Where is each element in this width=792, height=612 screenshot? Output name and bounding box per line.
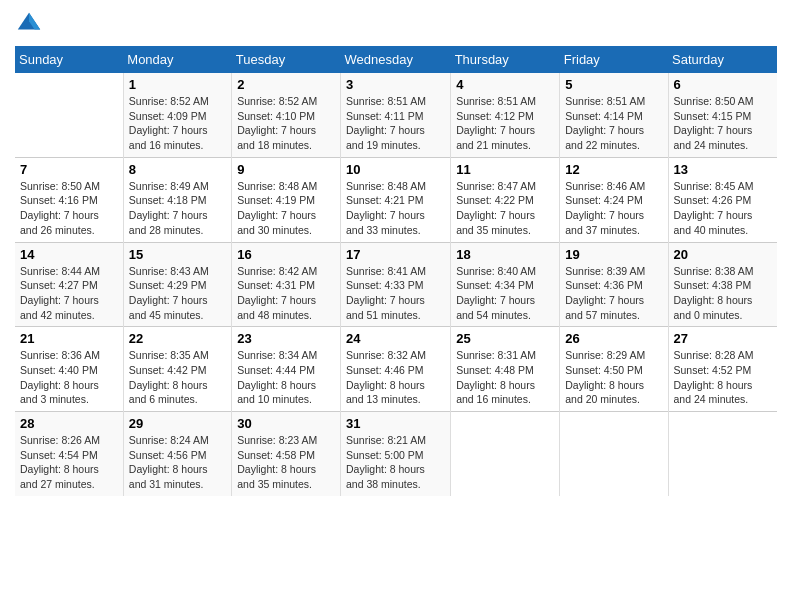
day-info: Sunrise: 8:26 AM Sunset: 4:54 PM Dayligh… [20,433,118,492]
day-info: Sunrise: 8:48 AM Sunset: 4:19 PM Dayligh… [237,179,335,238]
calendar-cell: 25Sunrise: 8:31 AM Sunset: 4:48 PM Dayli… [451,327,560,412]
calendar-cell: 6Sunrise: 8:50 AM Sunset: 4:15 PM Daylig… [668,73,777,157]
header-wednesday: Wednesday [340,46,450,73]
calendar-cell: 14Sunrise: 8:44 AM Sunset: 4:27 PM Dayli… [15,242,123,327]
day-number: 5 [565,77,662,92]
header-thursday: Thursday [451,46,560,73]
calendar-cell: 7Sunrise: 8:50 AM Sunset: 4:16 PM Daylig… [15,157,123,242]
calendar-cell: 15Sunrise: 8:43 AM Sunset: 4:29 PM Dayli… [123,242,231,327]
day-info: Sunrise: 8:47 AM Sunset: 4:22 PM Dayligh… [456,179,554,238]
day-info: Sunrise: 8:51 AM Sunset: 4:11 PM Dayligh… [346,94,445,153]
day-number: 28 [20,416,118,431]
day-info: Sunrise: 8:52 AM Sunset: 4:09 PM Dayligh… [129,94,226,153]
page-header [15,10,777,38]
day-number: 31 [346,416,445,431]
day-info: Sunrise: 8:45 AM Sunset: 4:26 PM Dayligh… [674,179,772,238]
header-tuesday: Tuesday [232,46,341,73]
day-info: Sunrise: 8:35 AM Sunset: 4:42 PM Dayligh… [129,348,226,407]
day-info: Sunrise: 8:28 AM Sunset: 4:52 PM Dayligh… [674,348,772,407]
day-number: 29 [129,416,226,431]
calendar-cell: 9Sunrise: 8:48 AM Sunset: 4:19 PM Daylig… [232,157,341,242]
day-info: Sunrise: 8:50 AM Sunset: 4:15 PM Dayligh… [674,94,772,153]
day-info: Sunrise: 8:51 AM Sunset: 4:12 PM Dayligh… [456,94,554,153]
calendar-cell [451,412,560,496]
day-info: Sunrise: 8:41 AM Sunset: 4:33 PM Dayligh… [346,264,445,323]
day-number: 23 [237,331,335,346]
day-number: 4 [456,77,554,92]
calendar-cell: 17Sunrise: 8:41 AM Sunset: 4:33 PM Dayli… [340,242,450,327]
day-info: Sunrise: 8:24 AM Sunset: 4:56 PM Dayligh… [129,433,226,492]
calendar-cell: 16Sunrise: 8:42 AM Sunset: 4:31 PM Dayli… [232,242,341,327]
calendar-cell: 26Sunrise: 8:29 AM Sunset: 4:50 PM Dayli… [560,327,668,412]
day-number: 14 [20,247,118,262]
day-number: 8 [129,162,226,177]
calendar-week-row: 7Sunrise: 8:50 AM Sunset: 4:16 PM Daylig… [15,157,777,242]
day-number: 27 [674,331,772,346]
logo-icon [15,10,43,38]
calendar-cell: 23Sunrise: 8:34 AM Sunset: 4:44 PM Dayli… [232,327,341,412]
day-info: Sunrise: 8:49 AM Sunset: 4:18 PM Dayligh… [129,179,226,238]
calendar-cell: 2Sunrise: 8:52 AM Sunset: 4:10 PM Daylig… [232,73,341,157]
day-number: 18 [456,247,554,262]
calendar-cell: 5Sunrise: 8:51 AM Sunset: 4:14 PM Daylig… [560,73,668,157]
calendar-cell: 3Sunrise: 8:51 AM Sunset: 4:11 PM Daylig… [340,73,450,157]
day-number: 16 [237,247,335,262]
calendar-cell: 10Sunrise: 8:48 AM Sunset: 4:21 PM Dayli… [340,157,450,242]
calendar-table: SundayMondayTuesdayWednesdayThursdayFrid… [15,46,777,496]
day-info: Sunrise: 8:32 AM Sunset: 4:46 PM Dayligh… [346,348,445,407]
day-number: 3 [346,77,445,92]
calendar-week-row: 1Sunrise: 8:52 AM Sunset: 4:09 PM Daylig… [15,73,777,157]
calendar-cell: 29Sunrise: 8:24 AM Sunset: 4:56 PM Dayli… [123,412,231,496]
day-number: 13 [674,162,772,177]
day-info: Sunrise: 8:21 AM Sunset: 5:00 PM Dayligh… [346,433,445,492]
day-info: Sunrise: 8:38 AM Sunset: 4:38 PM Dayligh… [674,264,772,323]
calendar-cell: 30Sunrise: 8:23 AM Sunset: 4:58 PM Dayli… [232,412,341,496]
calendar-cell: 12Sunrise: 8:46 AM Sunset: 4:24 PM Dayli… [560,157,668,242]
calendar-week-row: 28Sunrise: 8:26 AM Sunset: 4:54 PM Dayli… [15,412,777,496]
calendar-cell: 19Sunrise: 8:39 AM Sunset: 4:36 PM Dayli… [560,242,668,327]
day-number: 15 [129,247,226,262]
day-info: Sunrise: 8:40 AM Sunset: 4:34 PM Dayligh… [456,264,554,323]
calendar-cell: 24Sunrise: 8:32 AM Sunset: 4:46 PM Dayli… [340,327,450,412]
calendar-cell: 21Sunrise: 8:36 AM Sunset: 4:40 PM Dayli… [15,327,123,412]
day-info: Sunrise: 8:43 AM Sunset: 4:29 PM Dayligh… [129,264,226,323]
day-info: Sunrise: 8:46 AM Sunset: 4:24 PM Dayligh… [565,179,662,238]
calendar-cell [668,412,777,496]
day-number: 2 [237,77,335,92]
day-info: Sunrise: 8:39 AM Sunset: 4:36 PM Dayligh… [565,264,662,323]
day-info: Sunrise: 8:31 AM Sunset: 4:48 PM Dayligh… [456,348,554,407]
calendar-cell: 28Sunrise: 8:26 AM Sunset: 4:54 PM Dayli… [15,412,123,496]
calendar-week-row: 21Sunrise: 8:36 AM Sunset: 4:40 PM Dayli… [15,327,777,412]
day-info: Sunrise: 8:29 AM Sunset: 4:50 PM Dayligh… [565,348,662,407]
calendar-header-row: SundayMondayTuesdayWednesdayThursdayFrid… [15,46,777,73]
day-info: Sunrise: 8:52 AM Sunset: 4:10 PM Dayligh… [237,94,335,153]
day-number: 20 [674,247,772,262]
day-number: 19 [565,247,662,262]
calendar-cell: 8Sunrise: 8:49 AM Sunset: 4:18 PM Daylig… [123,157,231,242]
header-saturday: Saturday [668,46,777,73]
day-info: Sunrise: 8:51 AM Sunset: 4:14 PM Dayligh… [565,94,662,153]
calendar-cell: 11Sunrise: 8:47 AM Sunset: 4:22 PM Dayli… [451,157,560,242]
day-number: 7 [20,162,118,177]
calendar-week-row: 14Sunrise: 8:44 AM Sunset: 4:27 PM Dayli… [15,242,777,327]
day-info: Sunrise: 8:42 AM Sunset: 4:31 PM Dayligh… [237,264,335,323]
day-info: Sunrise: 8:44 AM Sunset: 4:27 PM Dayligh… [20,264,118,323]
calendar-cell: 22Sunrise: 8:35 AM Sunset: 4:42 PM Dayli… [123,327,231,412]
day-number: 30 [237,416,335,431]
calendar-cell: 4Sunrise: 8:51 AM Sunset: 4:12 PM Daylig… [451,73,560,157]
header-monday: Monday [123,46,231,73]
calendar-cell [560,412,668,496]
calendar-cell: 31Sunrise: 8:21 AM Sunset: 5:00 PM Dayli… [340,412,450,496]
calendar-cell: 27Sunrise: 8:28 AM Sunset: 4:52 PM Dayli… [668,327,777,412]
day-number: 25 [456,331,554,346]
calendar-cell: 1Sunrise: 8:52 AM Sunset: 4:09 PM Daylig… [123,73,231,157]
day-number: 17 [346,247,445,262]
day-number: 1 [129,77,226,92]
day-number: 6 [674,77,772,92]
day-info: Sunrise: 8:36 AM Sunset: 4:40 PM Dayligh… [20,348,118,407]
day-number: 10 [346,162,445,177]
day-info: Sunrise: 8:34 AM Sunset: 4:44 PM Dayligh… [237,348,335,407]
day-number: 22 [129,331,226,346]
day-info: Sunrise: 8:23 AM Sunset: 4:58 PM Dayligh… [237,433,335,492]
day-number: 11 [456,162,554,177]
